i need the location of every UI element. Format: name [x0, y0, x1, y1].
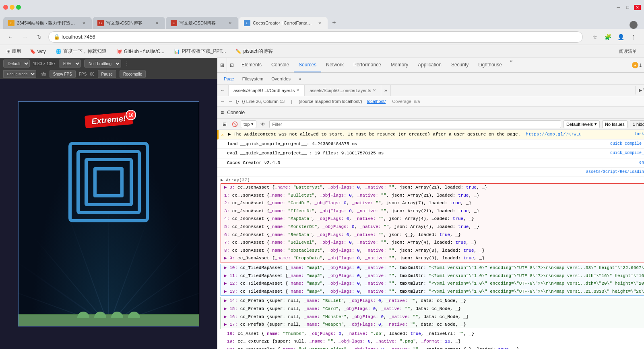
source-tab-monsterlayer-close[interactable]: ✕: [373, 88, 376, 92]
show-fps-btn[interactable]: Show FPS: [50, 70, 76, 78]
tab-sources[interactable]: Sources: [294, 58, 321, 72]
array-row-7: 7: cc_JsonAsset {_name: "SelLevel", _obj…: [221, 239, 644, 247]
close-window-btn[interactable]: [3, 5, 8, 10]
loading-location[interactable]: assets/Script/Res/Loading.ts:26: [583, 169, 644, 175]
eval-location[interactable]: quick_compile_.js:244: [607, 150, 644, 156]
tab-performance[interactable]: Performance: [349, 58, 386, 72]
array-header[interactable]: ▶ Array(37): [217, 177, 644, 183]
location-back-btn[interactable]: ←: [221, 99, 225, 104]
ground-bumps: [77, 312, 140, 318]
array-row-4: 4: cc_JsonAsset {_name: "MapData", _objF…: [221, 215, 644, 223]
devtools-inspect-icon[interactable]: ⊡: [227, 58, 237, 72]
browser-tab-4[interactable]: C CocosCreator | CarrotFantasy... ✕: [239, 17, 328, 29]
menu-icon[interactable]: ⋮: [628, 31, 639, 43]
filesystem-tab[interactable]: Filesystem: [239, 76, 267, 82]
pause-btn[interactable]: Pause: [98, 70, 116, 78]
cocos-location[interactable]: enum.ts:3: [636, 160, 644, 166]
bookmarks-manager[interactable]: ⊞ 应用: [5, 47, 23, 55]
game-spiral-container: [68, 142, 149, 222]
bookmark-pistach[interactable]: ✏️ pistach的博客: [233, 47, 275, 55]
address-input[interactable]: 🔒 localhost:7456: [48, 31, 583, 43]
tab-close-1[interactable]: ✕: [80, 20, 87, 26]
overrides-tab[interactable]: Overrides: [268, 76, 294, 82]
game-viewport: Extreme! 16: [0, 79, 217, 349]
back-button[interactable]: ←: [5, 31, 16, 43]
bookmark-github[interactable]: 🐙 GitHub - fusijie/C...: [114, 48, 167, 55]
mode-select[interactable]: Default: [3, 60, 30, 68]
browser-tab-1[interactable]: 2 2345网站导航 - 致力于打造百年... ✕: [3, 17, 92, 29]
bookmark-wcy[interactable]: 🔖 wcy: [27, 48, 48, 55]
audio-context-link[interactable]: https://goo.gl/7K7WLu: [526, 132, 582, 137]
debug-mode-select[interactable]: Debug Mode: [3, 70, 36, 78]
bookmarks-label: 应用: [12, 48, 21, 54]
maximize-window-btn[interactable]: [16, 5, 21, 10]
more-options-icon[interactable]: ⋮: [124, 61, 129, 66]
more-tabs-btn[interactable]: »: [295, 76, 304, 82]
console-dock-icon[interactable]: ⊟: [221, 120, 229, 128]
window-restore-icon[interactable]: □: [625, 5, 631, 10]
tab-security[interactable]: Security: [446, 58, 473, 72]
localhost-link[interactable]: localhost/: [367, 99, 386, 104]
window-close-icon[interactable]: ✕: [634, 5, 641, 10]
tab-elements[interactable]: Elements: [237, 58, 266, 72]
source-tab-cardlayer-close[interactable]: ✕: [296, 88, 299, 92]
reading-list-btn[interactable]: 阅读清单: [617, 47, 639, 55]
tab-memory[interactable]: Memory: [386, 58, 413, 72]
viewport-toolbar: Default 1080 × 1357 50% No Throttling ⋮: [0, 58, 217, 69]
eye-icon[interactable]: 👁: [259, 120, 267, 128]
tabs-more-icon[interactable]: »: [507, 58, 516, 72]
bookmark-favicon-pistach: ✏️: [235, 49, 242, 54]
zoom-select[interactable]: 50%: [59, 60, 81, 68]
forward-button[interactable]: →: [19, 31, 31, 43]
array-row-1: 1: cc_JsonAsset {_name: "BulletDt", _obj…: [221, 192, 644, 200]
tab-network[interactable]: Network: [321, 58, 349, 72]
console-messages[interactable]: ⚠ ▶ The AudioContext was not allowed to …: [217, 130, 644, 349]
tab-lighthouse[interactable]: Lighthouse: [473, 58, 507, 72]
notif-area: ▲ 1: [632, 62, 642, 68]
bookmark-label-baidu: 百度一下，你就知道: [63, 48, 107, 55]
bookmark-ppt[interactable]: 📊 PPT模板下载_PPT...: [171, 47, 228, 55]
log-level-selector[interactable]: Default levels ▾: [564, 120, 600, 128]
tab-close-2[interactable]: ✕: [154, 20, 160, 26]
bookmark-label-github: GitHub - fusijie/C...: [124, 49, 165, 54]
load-location[interactable]: quick_compile_.js:227: [607, 141, 644, 147]
devtools-dock-icon[interactable]: ⊞: [217, 58, 227, 72]
location-forward-btn[interactable]: →: [228, 99, 233, 104]
bookmark-baidu[interactable]: 🌐 百度一下，你就知道: [53, 47, 109, 55]
browser-tab-3[interactable]: C 写文章-CSDN博客 ✕: [166, 17, 238, 29]
recompile-btn[interactable]: Recompile: [120, 70, 146, 78]
coverage-text: Coverage: n/a: [392, 99, 420, 104]
minimize-window-btn[interactable]: [10, 5, 14, 10]
account-icon[interactable]: 👤: [615, 31, 626, 43]
browser-tab-2[interactable]: C 写文章-CSDN博客 ✕: [93, 17, 165, 29]
throttle-select[interactable]: No Throttling: [84, 60, 121, 68]
no-issues-indicator[interactable]: No Issues: [602, 120, 627, 128]
console-clear-button[interactable]: 🚫: [231, 121, 238, 128]
context-selector[interactable]: top ▾: [241, 120, 256, 128]
reload-button[interactable]: ↻: [34, 31, 45, 43]
bookmark-star-icon[interactable]: ☆: [589, 31, 601, 43]
source-tab-cardlayer[interactable]: assets/Script/G...t/CardLayer.ts ✕: [229, 85, 305, 96]
browser-profile-icon[interactable]: [630, 21, 638, 29]
tab-close-3[interactable]: ✕: [227, 20, 233, 26]
source-nav-left[interactable]: ←: [217, 85, 229, 96]
source-tabs-more: »: [381, 85, 391, 96]
page-tab[interactable]: Page: [221, 76, 237, 82]
tab-close-4[interactable]: ✕: [316, 20, 323, 26]
console-filter-input[interactable]: [269, 120, 561, 128]
bump-3: [111, 312, 123, 318]
source-tabs-more-btn[interactable]: »: [381, 85, 390, 96]
address-text: localhost:7456: [62, 34, 95, 40]
tab-application[interactable]: Application: [413, 58, 446, 72]
hidden-count-text: 1 hidden: [633, 122, 644, 127]
tab-console[interactable]: Console: [266, 58, 294, 72]
blue-section: ▶ 10: cc_TiledMapAsset {_name: "map1", _…: [221, 264, 644, 296]
window-minimize-icon[interactable]: ─: [615, 5, 622, 10]
new-tab-button[interactable]: +: [328, 17, 340, 28]
source-tab-monsterlayer[interactable]: assets/Script/G...onsterLayer.ts ✕: [305, 85, 381, 96]
console-toggle-icon[interactable]: ≡: [221, 109, 224, 116]
eval-text: eval __quick_compile_project__ : 19 file…: [227, 150, 607, 157]
extensions-icon[interactable]: 🧩: [602, 31, 613, 43]
warning-location[interactable]: task.js:156: [631, 131, 644, 137]
watch-expand-icon[interactable]: ▶: [639, 88, 642, 93]
